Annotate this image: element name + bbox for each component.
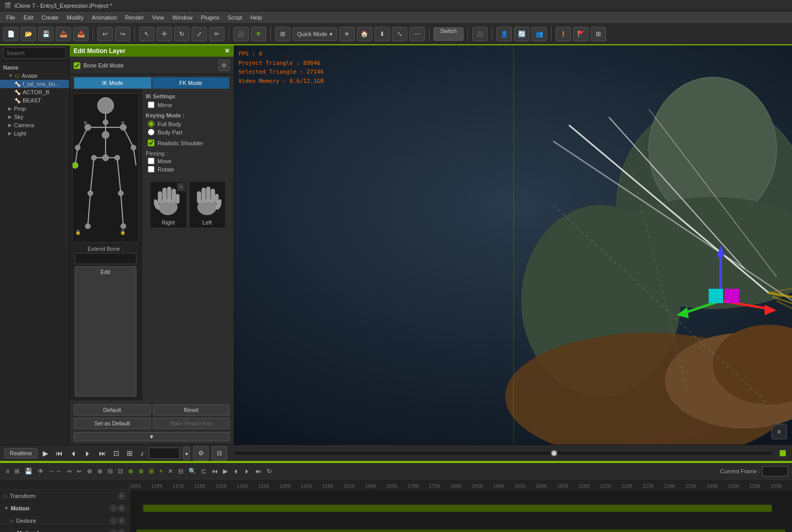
body-part-radio[interactable]: [148, 129, 154, 135]
menu-edit[interactable]: Edit: [20, 13, 38, 22]
toolbar-select-btn[interactable]: ↖: [139, 27, 154, 41]
menu-window[interactable]: Window: [168, 13, 197, 22]
mirror-checkbox[interactable]: [148, 101, 154, 108]
tl-play2-btn[interactable]: ▶: [221, 467, 229, 476]
fk-mode-tab[interactable]: FK Mode: [152, 77, 230, 89]
markers-btn[interactable]: ⊟: [212, 446, 227, 460]
current-frame-input[interactable]: 2581: [762, 466, 788, 476]
menu-plugins[interactable]: Plugins: [197, 13, 223, 22]
toolbar-paint-btn[interactable]: ✏: [209, 27, 225, 41]
toolbar-export-btn[interactable]: 📤: [73, 27, 89, 41]
toolbar-person2-btn[interactable]: 🔄: [514, 27, 529, 41]
toolbar-undo-btn[interactable]: ↩: [97, 27, 113, 41]
toolbar-extra-btn[interactable]: ⊞: [591, 27, 606, 41]
toolbar-flag-btn[interactable]: 🚩: [573, 27, 589, 41]
next-frame-button[interactable]: ⏵: [82, 448, 94, 458]
default-button[interactable]: Default: [74, 404, 151, 416]
reset-button[interactable]: Reset: [153, 404, 230, 416]
toolbar-redo-btn[interactable]: ↪: [115, 27, 130, 41]
settings-playback-btn[interactable]: ⚙: [193, 446, 209, 460]
quick-mode-dropdown[interactable]: Quick Mode ▾: [292, 27, 337, 41]
toolbar-cam-btn[interactable]: 🎥: [233, 27, 249, 41]
tl-del-key-btn[interactable]: ✕: [166, 467, 175, 476]
tl-list-btn[interactable]: ≡: [4, 467, 11, 476]
toolbar-save-btn[interactable]: 💾: [38, 27, 54, 41]
bone-edit-checkbox[interactable]: [74, 62, 80, 69]
tl-prev-btn[interactable]: ⏮: [210, 467, 219, 476]
tl-green1-btn[interactable]: ⊕: [127, 467, 135, 476]
gesture-ctrl2[interactable]: ✕: [118, 517, 125, 524]
gesture-expand[interactable]: ▷: [10, 518, 14, 523]
realistic-shoulder-checkbox[interactable]: [148, 140, 154, 146]
tree-beast[interactable]: 🦴 BEAST: [0, 96, 69, 105]
motion-ctrl1[interactable]: ○: [110, 505, 117, 512]
eml-settings-button[interactable]: ⚙: [218, 60, 230, 71]
transform-expand[interactable]: ▷: [4, 493, 8, 499]
timeline-scrubber[interactable]: [234, 452, 772, 455]
tl-range-btn[interactable]: ⊡: [116, 467, 125, 476]
tl-back-btn[interactable]: ⏴: [231, 467, 240, 476]
toolbar-person1-btn[interactable]: 👤: [496, 27, 512, 41]
toolbar-open-btn[interactable]: 📂: [21, 27, 36, 41]
loop-button[interactable]: ⊡: [111, 448, 122, 458]
tl-copy-btn[interactable]: ⊕: [85, 467, 94, 476]
tree-light[interactable]: ▶ Light: [0, 129, 69, 138]
menu-file[interactable]: File: [2, 13, 20, 22]
toolbar-eye-btn[interactable]: 👁: [251, 27, 266, 41]
toolbar-sun-btn[interactable]: ☀: [339, 27, 355, 41]
toolbar-grid-btn[interactable]: ⊞: [275, 27, 290, 41]
tl-save-btn[interactable]: 💾: [23, 467, 34, 476]
tl-move3-btn[interactable]: ⇐: [75, 467, 83, 476]
menu-help[interactable]: Help: [246, 13, 266, 22]
tl-green2-btn[interactable]: ⊗: [137, 467, 145, 476]
play-button[interactable]: ▶: [41, 448, 50, 458]
gesture-ctrl1[interactable]: ○: [110, 517, 117, 524]
toolbar-new-btn[interactable]: 📄: [3, 27, 19, 41]
tree-sky[interactable]: ▶ Sky: [0, 113, 69, 121]
toolbar-person3-btn[interactable]: 👥: [531, 27, 547, 41]
tl-add-key-btn[interactable]: +: [158, 467, 164, 476]
extend-bone-input[interactable]: [75, 253, 136, 264]
tree-actor-b[interactable]: 🦴 ACTOR_B: [0, 88, 69, 96]
menu-create[interactable]: Create: [38, 13, 63, 22]
tl-ripple-btn[interactable]: ⊟: [106, 467, 114, 476]
tl-move1-btn[interactable]: ←→: [47, 467, 63, 476]
realtime-button[interactable]: Realtime: [4, 448, 38, 458]
scrubber-handle[interactable]: [551, 450, 557, 456]
rotate-checkbox[interactable]: [148, 166, 154, 173]
tl-clip-btn[interactable]: ⊟: [177, 467, 185, 476]
motion-ctrl2[interactable]: ✕: [118, 505, 125, 512]
tree-prop[interactable]: ▶ Prop: [0, 105, 69, 113]
menu-animation[interactable]: Animation: [88, 13, 121, 22]
toolbar-scale-btn[interactable]: ⤢: [192, 27, 207, 41]
tl-key-btn[interactable]: ⊞: [13, 467, 21, 476]
tl-eye-btn[interactable]: 👁: [36, 467, 45, 476]
toolbar-expand-btn[interactable]: ⤡: [392, 27, 407, 41]
motion-expand[interactable]: ▼: [4, 506, 9, 511]
tl-fwd-btn[interactable]: ⏵: [243, 467, 252, 476]
edit-bone-button[interactable]: Edit: [75, 266, 136, 397]
frame-step-up[interactable]: ▲: [183, 447, 190, 460]
transform-ctrl1[interactable]: ✕: [118, 492, 125, 500]
tl-paste-btn[interactable]: ⊗: [96, 467, 104, 476]
playback-mode-button[interactable]: ⊞: [125, 448, 135, 458]
ml-ctrl1[interactable]: ○: [110, 529, 117, 533]
eml-collapse-button[interactable]: ▼: [74, 432, 230, 441]
eml-close-button[interactable]: ✕: [225, 47, 230, 55]
tree-avatar[interactable]: ▼ ⬡ Avatar: [0, 72, 69, 80]
move-checkbox[interactable]: [148, 158, 154, 164]
tl-step-btn[interactable]: ⊏: [200, 467, 208, 476]
tl-green3-btn[interactable]: ⊞: [147, 467, 156, 476]
frame-number-input[interactable]: 2581: [149, 448, 180, 459]
switch-button[interactable]: Switch: [434, 27, 463, 41]
skip-start-button[interactable]: ⏮: [54, 448, 65, 458]
toolbar-person4-btn[interactable]: 🚶: [556, 27, 571, 41]
menu-view[interactable]: View: [148, 13, 168, 22]
full-body-radio[interactable]: [148, 121, 154, 127]
right-hand-edit-btn[interactable]: ✎: [177, 183, 185, 191]
skip-end-button[interactable]: ⏭: [97, 448, 108, 458]
tl-end-btn[interactable]: ⏭: [254, 467, 263, 476]
audio-button[interactable]: ♪: [138, 448, 146, 458]
toolbar-down-btn[interactable]: ⬇: [374, 27, 390, 41]
tl-move2-btn[interactable]: ⇒: [65, 467, 73, 476]
